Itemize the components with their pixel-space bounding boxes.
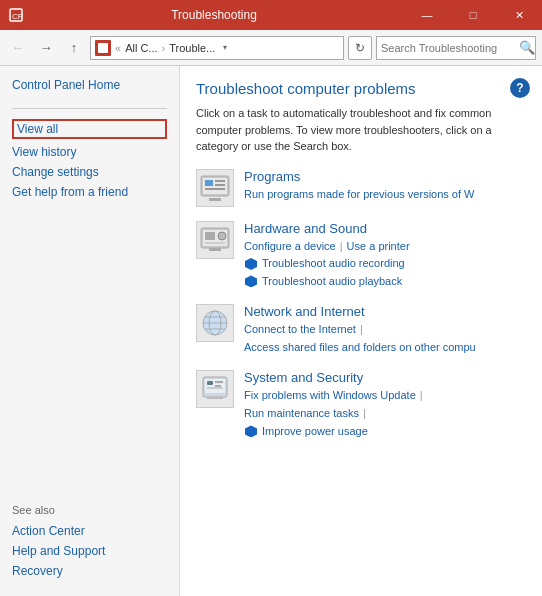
svg-rect-5 xyxy=(205,180,213,186)
sidebar-action-center[interactable]: Action Center xyxy=(12,524,167,538)
content-title: Troubleshoot computer problems xyxy=(196,80,526,97)
sidebar-control-panel-home[interactable]: Control Panel Home xyxy=(12,78,167,92)
network-title[interactable]: Network and Internet xyxy=(244,304,526,319)
hardware-sub-line-2: Troubleshoot audio recording xyxy=(244,255,526,273)
sidebar-recovery[interactable]: Recovery xyxy=(12,564,167,578)
svg-rect-8 xyxy=(215,184,225,186)
sidebar-divider-1 xyxy=(12,108,167,109)
network-sub-line-1: Connect to the Internet | xyxy=(244,321,526,339)
svg-point-12 xyxy=(218,232,226,240)
connect-internet-link[interactable]: Connect to the Internet xyxy=(244,321,356,339)
programs-icon xyxy=(196,169,234,207)
content-area: ? Troubleshoot computer problems Click o… xyxy=(180,66,542,596)
hardware-icon xyxy=(196,221,234,259)
svg-rect-13 xyxy=(205,242,225,244)
path-icon xyxy=(95,40,111,56)
hardware-content: Hardware and Sound Configure a device | … xyxy=(244,221,526,291)
hardware-sub-line-1: Configure a device | Use a printer xyxy=(244,238,526,256)
category-system: System and Security Fix problems with Wi… xyxy=(196,370,526,440)
audio-playback-link[interactable]: Troubleshoot audio playback xyxy=(262,273,402,291)
maintenance-link[interactable]: Run maintenance tasks xyxy=(244,405,359,423)
system-title[interactable]: System and Security xyxy=(244,370,526,385)
svg-rect-6 xyxy=(205,188,225,190)
sep4: | xyxy=(363,405,366,423)
system-icon xyxy=(196,370,234,408)
network-icon xyxy=(196,304,234,342)
network-content: Network and Internet Connect to the Inte… xyxy=(244,304,526,356)
sidebar-help-support[interactable]: Help and Support xyxy=(12,544,167,558)
minimize-button[interactable]: — xyxy=(404,0,450,30)
shared-files-link[interactable]: Access shared files and folders on other… xyxy=(244,339,476,357)
search-input[interactable] xyxy=(381,42,519,54)
system-content: System and Security Fix problems with Wi… xyxy=(244,370,526,440)
svg-rect-25 xyxy=(207,387,223,389)
window-title: Troubleshooting xyxy=(24,8,404,22)
path-part1: All C... xyxy=(125,42,157,54)
path-part2: Trouble... xyxy=(169,42,215,54)
hardware-title[interactable]: Hardware and Sound xyxy=(244,221,526,236)
svg-rect-22 xyxy=(207,381,213,385)
svg-rect-4 xyxy=(209,198,221,201)
sep1: | xyxy=(340,238,343,256)
path-dropdown-arrow[interactable]: ▾ xyxy=(217,40,233,56)
svg-rect-23 xyxy=(215,381,223,383)
sidebar-change-settings[interactable]: Change settings xyxy=(12,165,167,179)
shield-icon-1 xyxy=(244,257,258,271)
main-layout: Control Panel Home View all View history… xyxy=(0,66,542,596)
programs-link-1[interactable]: Run programs made for previous versions … xyxy=(244,188,474,200)
path-sep1: « xyxy=(115,42,121,54)
windows-update-link[interactable]: Fix problems with Windows Update xyxy=(244,387,416,405)
category-hardware: Hardware and Sound Configure a device | … xyxy=(196,221,526,291)
svg-rect-11 xyxy=(205,232,215,240)
search-icon[interactable]: 🔍 xyxy=(519,38,535,58)
app-icon: CP xyxy=(8,7,24,23)
search-box: 🔍 xyxy=(376,36,536,60)
sidebar-view-all[interactable]: View all xyxy=(12,119,167,139)
sidebar-get-help[interactable]: Get help from a friend xyxy=(12,185,167,199)
svg-rect-24 xyxy=(215,385,221,387)
help-icon-button[interactable]: ? xyxy=(510,78,530,98)
system-sub-line-3: Improve power usage xyxy=(244,423,526,441)
shield-icon-3 xyxy=(244,424,258,438)
category-programs: Programs Run programs made for previous … xyxy=(196,169,526,207)
address-bar: ← → ↑ « All C... › Trouble... ▾ ↻ 🔍 xyxy=(0,30,542,66)
sidebar: Control Panel Home View all View history… xyxy=(0,66,180,596)
svg-rect-14 xyxy=(209,248,221,251)
network-sub: Connect to the Internet | Access shared … xyxy=(244,321,526,356)
system-sub-line-1: Fix problems with Windows Update | xyxy=(244,387,526,405)
configure-device-link[interactable]: Configure a device xyxy=(244,238,336,256)
sidebar-see-also-label: See also xyxy=(12,504,167,516)
system-sub: Fix problems with Windows Update | Run m… xyxy=(244,387,526,440)
programs-content: Programs Run programs made for previous … xyxy=(244,169,526,204)
forward-button[interactable]: → xyxy=(34,36,58,60)
sidebar-view-history[interactable]: View history xyxy=(12,145,167,159)
hardware-sub: Configure a device | Use a printer Troub… xyxy=(244,238,526,291)
programs-sub: Run programs made for previous versions … xyxy=(244,186,526,204)
svg-rect-7 xyxy=(215,180,225,182)
content-description: Click on a task to automatically trouble… xyxy=(196,105,526,155)
address-path[interactable]: « All C... › Trouble... ▾ xyxy=(90,36,344,60)
close-button[interactable]: ✕ xyxy=(496,0,542,30)
svg-text:CP: CP xyxy=(12,12,23,21)
up-button[interactable]: ↑ xyxy=(62,36,86,60)
maximize-button[interactable]: □ xyxy=(450,0,496,30)
svg-rect-26 xyxy=(207,397,223,399)
audio-recording-link[interactable]: Troubleshoot audio recording xyxy=(262,255,405,273)
window-controls: — □ ✕ xyxy=(404,0,542,30)
sep2: | xyxy=(360,321,363,339)
back-button[interactable]: ← xyxy=(6,36,30,60)
category-network: Network and Internet Connect to the Inte… xyxy=(196,304,526,356)
system-sub-line-2: Run maintenance tasks | xyxy=(244,405,526,423)
title-bar: CP Troubleshooting — □ ✕ xyxy=(0,0,542,30)
sep3: | xyxy=(420,387,423,405)
power-usage-link[interactable]: Improve power usage xyxy=(262,423,368,441)
use-printer-link[interactable]: Use a printer xyxy=(347,238,410,256)
network-sub-line-2: Access shared files and folders on other… xyxy=(244,339,526,357)
path-sep2: › xyxy=(162,42,166,54)
hardware-sub-line-3: Troubleshoot audio playback xyxy=(244,273,526,291)
shield-icon-2 xyxy=(244,274,258,288)
refresh-button[interactable]: ↻ xyxy=(348,36,372,60)
programs-title[interactable]: Programs xyxy=(244,169,526,184)
